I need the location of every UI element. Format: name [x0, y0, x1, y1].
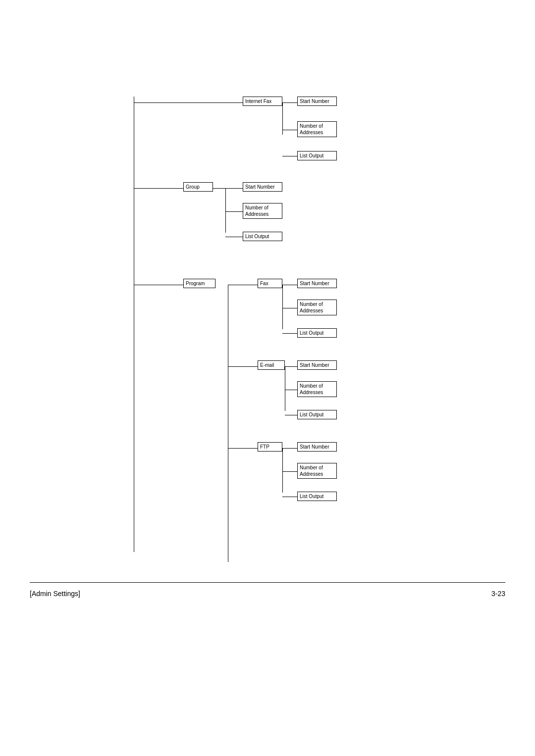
- node-listout-ifax: List Output: [297, 151, 337, 160]
- hline-group-to-listout: [225, 237, 243, 237]
- node-listout-email: List Output: [297, 410, 337, 419]
- vline-group-right: [225, 188, 226, 233]
- hline-program-to-fax: [228, 285, 258, 285]
- node-program: Program: [183, 279, 215, 288]
- node-numaddr-group: Number ofAddresses: [243, 203, 282, 219]
- vline-fax-right: [282, 285, 283, 329]
- hline-ifax-to-numaddr: [282, 130, 297, 130]
- hline-fax-to-listout: [282, 333, 297, 334]
- spine-line: [134, 97, 134, 552]
- node-ftp: FTP: [258, 442, 282, 452]
- node-numaddr-ifax: Number ofAddresses: [297, 121, 337, 137]
- hline-spine-to-internetfax: [134, 102, 243, 103]
- hline-fax-to-numaddr: [282, 308, 297, 308]
- node-fax: Fax: [258, 279, 282, 288]
- node-listout-ftp: List Output: [297, 492, 337, 501]
- node-numaddr-ftp: Number ofAddresses: [297, 463, 337, 479]
- node-listout-fax: List Output: [297, 328, 337, 338]
- node-startnum-email: Start Number: [297, 360, 337, 370]
- node-startnum-fax: Start Number: [297, 279, 337, 288]
- node-listout-group: List Output: [243, 232, 282, 241]
- vline-program-right: [228, 285, 228, 562]
- hline-email-to-numaddr: [285, 390, 297, 390]
- hline-fax-to-startnum: [282, 285, 297, 285]
- page-content: Internet Fax Start Number Number ofAddre…: [0, 0, 535, 756]
- footer-left-text: [Admin Settings]: [30, 590, 80, 598]
- hline-group-to-startnum: [213, 188, 243, 189]
- node-numaddr-email: Number ofAddresses: [297, 381, 337, 397]
- node-startnum-ifax: Start Number: [297, 97, 337, 106]
- hline-program-to-email: [228, 366, 258, 367]
- hline-ifax-to-listout: [282, 156, 297, 156]
- node-internet-fax: Internet Fax: [243, 97, 282, 106]
- node-numaddr-fax: Number ofAddresses: [297, 300, 337, 315]
- hline-spine-to-group: [134, 188, 183, 189]
- hline-spine-to-program: [134, 285, 183, 285]
- node-email: E-mail: [258, 360, 285, 370]
- node-startnum-ftp: Start Number: [297, 442, 337, 452]
- hline-program-to-ftp: [228, 448, 258, 449]
- node-group: Group: [183, 182, 213, 192]
- hline-ftp-to-startnum: [282, 448, 297, 449]
- hline-email-to-startnum: [285, 366, 297, 367]
- hline-ifax-to-startnum: [282, 102, 297, 103]
- node-startnum-group: Start Number: [243, 182, 282, 192]
- hline-ftp-to-numaddr: [282, 471, 297, 472]
- hline-group-to-numaddr: [225, 211, 243, 212]
- footer-right-text: 3-23: [491, 590, 505, 598]
- footer-divider: [30, 582, 505, 583]
- vline-email-right: [285, 366, 285, 411]
- hline-ftp-to-listout: [282, 497, 297, 497]
- vline-ftp-right: [282, 448, 283, 493]
- hline-email-to-listout: [285, 415, 297, 415]
